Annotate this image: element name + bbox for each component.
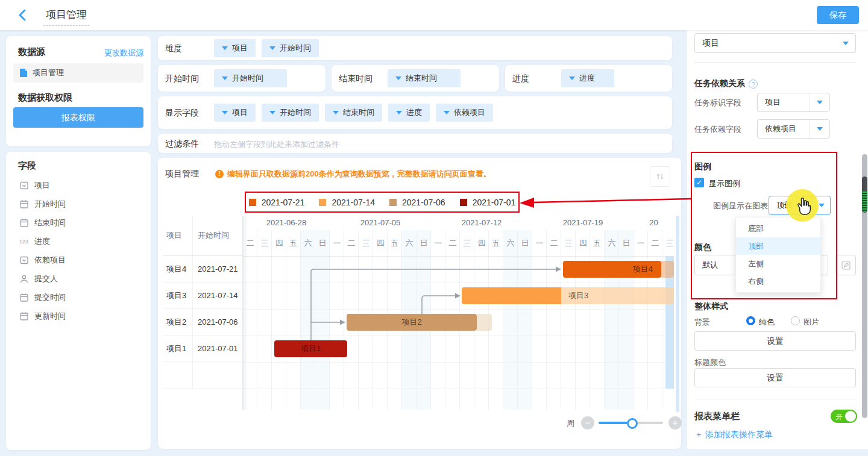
back-icon[interactable] — [16, 8, 30, 22]
dimension-card: 维度 项目 开始时间 — [158, 36, 672, 60]
help-icon[interactable]: ? — [749, 80, 758, 89]
zoom-in-button[interactable]: + — [668, 416, 682, 429]
dropdown-option-left[interactable]: 左侧 — [736, 255, 820, 272]
display-fields-label: 显示字段 — [165, 108, 199, 119]
legend-swatch — [319, 199, 326, 206]
filter-label: 过滤条件 — [165, 139, 199, 149]
dropdown-option-right[interactable]: 右侧 — [736, 272, 820, 290]
chip-progress[interactable]: 进度 — [388, 104, 430, 122]
divider — [694, 399, 856, 399]
zoom-out-button[interactable]: − — [581, 416, 594, 429]
calendar-icon — [19, 293, 29, 302]
edit-color-button[interactable] — [835, 255, 856, 275]
table-row[interactable]: 项目4 2021-07-21 — [163, 256, 242, 283]
chip-endtime[interactable]: 结束时间 — [325, 104, 382, 122]
chart-field-select[interactable]: 项目 — [694, 33, 856, 53]
warning-icon: ! — [215, 170, 224, 178]
chip-project[interactable]: 项目 — [214, 104, 256, 122]
gantt-bar-project1[interactable]: 项目1 — [274, 340, 347, 357]
chevron-down-icon — [810, 93, 829, 111]
endtime-label: 结束时间 — [339, 73, 373, 84]
gantt-bar-extension — [661, 261, 674, 278]
chip-label: 依赖项目 — [454, 107, 485, 118]
task-id-select[interactable]: 项目 — [757, 93, 830, 112]
dependency-section-title: 任务依赖关系 ? — [694, 78, 758, 89]
gantt-chart-area[interactable]: 2021-06-282021-07-052021-07-122021-07-19… — [243, 216, 674, 410]
change-datasource-link[interactable]: 更改数据源 — [104, 48, 143, 58]
gantt-bar-project3[interactable] — [462, 287, 561, 304]
legend-item[interactable]: 2021-07-06 — [389, 198, 445, 207]
field-item-submitter[interactable]: 提交人 — [6, 269, 151, 288]
select-value: 依赖项目 — [758, 123, 810, 134]
title-color-set-button[interactable]: 设置 — [694, 368, 856, 387]
report-permission-button[interactable]: 报表权限 — [13, 107, 143, 128]
task-dep-select[interactable]: 依赖项目 — [757, 119, 830, 139]
gantt-bar-project2[interactable]: 项目2 — [347, 314, 477, 331]
chip-starttime[interactable]: 开始时间 — [214, 69, 287, 87]
cell-date: 2021-07-21 — [193, 256, 242, 282]
radio-image-label: 图片 — [804, 317, 819, 328]
field-item-starttime[interactable]: 开始时间 — [6, 195, 151, 213]
cell-date: 2021-07-06 — [193, 309, 242, 335]
zoom-slider-handle[interactable] — [627, 418, 638, 429]
color-section-title: 颜色 — [694, 242, 711, 253]
datasource-title: 数据源 — [18, 46, 45, 58]
calendar-icon — [19, 218, 29, 228]
field-item-project[interactable]: 项目 — [6, 176, 151, 195]
endtime-card: 结束时间 结束时间 — [332, 65, 499, 92]
cell-project: 项目4 — [163, 256, 193, 282]
add-menu-link[interactable]: ＋ 添加报表操作菜单 — [694, 429, 773, 440]
chip-endtime[interactable]: 结束时间 — [388, 69, 461, 87]
legend-item[interactable]: 2021-07-21 — [249, 198, 305, 207]
chevron-down-icon — [810, 120, 829, 138]
chip-starttime[interactable]: 开始时间 — [262, 104, 319, 122]
dropdown-option-top[interactable]: 顶部 — [736, 237, 820, 255]
chip-project[interactable]: 项目 — [214, 39, 256, 57]
field-item-updatetime[interactable]: 更新时间 — [6, 307, 151, 325]
chip-dependency[interactable]: 依赖项目 — [436, 104, 493, 122]
show-legend-checkbox[interactable]: ✓ — [694, 178, 704, 187]
scrollbar-activity-indicator — [862, 192, 867, 212]
page-title[interactable]: 项目管理 — [43, 8, 89, 26]
sort-icon — [655, 172, 665, 181]
radio-image[interactable] — [791, 316, 800, 325]
menu-bar-toggle[interactable]: 开 — [831, 410, 857, 423]
save-button[interactable]: 保存 — [817, 6, 859, 24]
zoom-unit-label: 周 — [567, 418, 574, 429]
progress-card: 进度 进度 — [505, 65, 672, 92]
topbar: 项目管理 保存 — [0, 0, 868, 30]
legend-item[interactable]: 2021-07-14 — [319, 198, 375, 207]
dependency-connectors — [243, 216, 674, 410]
sort-button[interactable] — [650, 166, 670, 187]
chip-starttime[interactable]: 开始时间 — [262, 39, 319, 57]
chevron-down-icon — [269, 46, 275, 50]
display-chips: 项目 开始时间 结束时间 进度 依赖项目 — [214, 104, 493, 122]
title-color-label: 标题颜色 — [694, 357, 726, 368]
cell-date: 2021-07-01 — [193, 336, 242, 361]
field-item-progress[interactable]: 123 进度 — [6, 232, 151, 251]
legend-item[interactable]: 2021-07-01 — [460, 198, 516, 207]
chip-label: 项目 — [232, 107, 248, 118]
task-id-label: 任务标识字段 — [694, 98, 741, 108]
gantt-legend: 2021-07-21 2021-07-14 2021-07-06 2021-07… — [245, 192, 520, 213]
field-item-submittime[interactable]: 提交时间 — [6, 288, 151, 307]
datasource-item[interactable]: 项目管理 — [13, 63, 143, 83]
field-item-dependency[interactable]: 依赖项目 — [6, 251, 151, 269]
legend-position-label: 图例显示在图表 — [713, 201, 768, 211]
radio-solid-color[interactable] — [746, 316, 755, 325]
filter-dropzone[interactable]: 拖动左侧字段到此处来添加过滤条件 — [214, 139, 339, 150]
table-row[interactable]: 项目3 2021-07-14 — [163, 283, 242, 309]
table-row[interactable]: 项目1 2021-07-01 — [163, 336, 242, 362]
table-row[interactable]: 项目2 2021-07-06 — [163, 309, 242, 336]
chart-scrollbar[interactable] — [676, 216, 679, 412]
chip-label: 开始时间 — [280, 43, 311, 54]
chip-progress[interactable]: 进度 — [561, 69, 614, 87]
dropdown-option-bottom[interactable]: 底部 — [736, 220, 820, 237]
gantt-bar-project4[interactable]: 项目4 — [563, 261, 661, 278]
fields-card: 字段 项目 开始时间 结束时间 123 进度 依赖项目 提交人 提交时间 更新时… — [6, 152, 151, 450]
background-set-button[interactable]: 设置 — [694, 331, 856, 351]
starttime-card: 开始时间 开始时间 — [158, 65, 326, 92]
field-item-endtime[interactable]: 结束时间 — [6, 213, 151, 232]
chevron-down-icon — [222, 46, 228, 50]
permission-title: 数据获取权限 — [18, 92, 72, 104]
